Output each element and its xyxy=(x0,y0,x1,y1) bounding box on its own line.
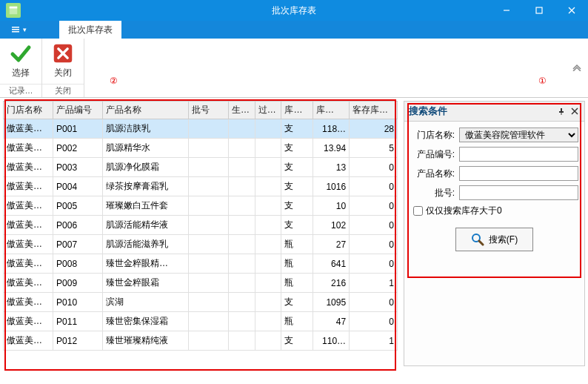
name-input[interactable] xyxy=(459,166,578,181)
table-row[interactable]: 傲蓝美…P002肌源精华水支13.945 xyxy=(4,139,398,158)
cell: 支 xyxy=(281,331,313,351)
cell xyxy=(255,312,281,331)
col-header-0[interactable]: 门店名称 xyxy=(4,102,53,119)
cell: P001 xyxy=(53,119,103,139)
marker-1: ① xyxy=(538,76,547,86)
col-header-8[interactable]: 客存库… xyxy=(350,102,398,119)
cell: P012 xyxy=(53,331,103,351)
tab-batch-inventory[interactable]: 批次库存表 xyxy=(59,21,121,39)
close-button[interactable] xyxy=(555,0,588,21)
cell: 支 xyxy=(281,293,313,312)
col-header-5[interactable]: 过… xyxy=(255,102,281,119)
maximize-button[interactable] xyxy=(523,0,555,21)
only-stock-label: 仅仅搜索库存大于0 xyxy=(426,205,502,217)
col-header-7[interactable]: 库… xyxy=(313,102,349,119)
cell: 1016 xyxy=(313,177,349,196)
cell: 傲蓝美… xyxy=(4,119,53,139)
table-row[interactable]: 傲蓝美…P006肌源活能精华液支1020 xyxy=(4,216,398,235)
table-row[interactable]: 傲蓝美…P008臻世金粹眼精…瓶6410 xyxy=(4,254,398,274)
cell: 13 xyxy=(313,158,349,177)
cell: P007 xyxy=(53,235,103,254)
cell: 27 xyxy=(313,235,349,254)
close-tool-button[interactable]: 关闭 xyxy=(51,42,75,79)
table-row[interactable]: 傲蓝美…P007肌源活能滋养乳瓶270 xyxy=(4,235,398,254)
svg-rect-6 xyxy=(12,27,19,28)
table-container: 门店名称产品编号产品名称批号生…过…库…库…客存库… 傲蓝美…P001肌源洁肤乳… xyxy=(0,98,401,384)
cell: 10 xyxy=(313,196,349,216)
cell: P009 xyxy=(53,274,103,293)
cell: 臻世金粹眼霜 xyxy=(103,274,189,293)
cell: 臻世密集保湿霜 xyxy=(103,312,189,331)
cell: 0 xyxy=(350,158,398,177)
cell xyxy=(189,158,229,177)
cell xyxy=(228,177,255,196)
pin-icon[interactable] xyxy=(556,106,567,116)
cell xyxy=(255,293,281,312)
panel-close-button[interactable] xyxy=(569,106,580,116)
search-icon xyxy=(471,233,484,246)
cell: 支 xyxy=(281,196,313,216)
svg-line-18 xyxy=(479,241,483,245)
cell xyxy=(255,254,281,274)
cell: P002 xyxy=(53,139,103,158)
cell xyxy=(255,177,281,196)
cell: 傲蓝美… xyxy=(4,196,53,216)
cell: 绿茶按摩膏霜乳 xyxy=(103,177,189,196)
search-button[interactable]: 搜索(F) xyxy=(455,228,533,251)
close-label: 关闭 xyxy=(54,67,72,79)
table-row[interactable]: 傲蓝美…P005璀璨嫩白五件套支100 xyxy=(4,196,398,216)
cell xyxy=(189,196,229,216)
svg-rect-8 xyxy=(12,31,19,33)
cell xyxy=(255,216,281,235)
table-row[interactable]: 傲蓝美…P010滨湖支10950 xyxy=(4,293,398,312)
cell: 0 xyxy=(350,254,398,274)
file-menu-button[interactable]: ▾ xyxy=(6,21,31,39)
cell: 瓶 xyxy=(281,235,313,254)
cell: P004 xyxy=(53,177,103,196)
col-header-4[interactable]: 生… xyxy=(228,102,255,119)
only-stock-checkbox[interactable] xyxy=(413,206,423,216)
minimize-button[interactable] xyxy=(490,0,523,21)
table-row[interactable]: 傲蓝美…P003肌源净化膜霜支130 xyxy=(4,158,398,177)
table-row[interactable]: 傲蓝美…P012臻世璀璨精纯液支110…1 xyxy=(4,331,398,351)
cell: 肌源活能精华液 xyxy=(103,216,189,235)
cell: 支 xyxy=(281,139,313,158)
cell: 滨湖 xyxy=(103,293,189,312)
check-icon xyxy=(9,42,33,65)
table-row[interactable]: 傲蓝美…P011臻世密集保湿霜瓶470 xyxy=(4,312,398,331)
cell xyxy=(189,139,229,158)
batch-input[interactable] xyxy=(459,185,578,200)
cell xyxy=(228,312,255,331)
cell xyxy=(189,331,229,351)
cell: P010 xyxy=(53,293,103,312)
table-row[interactable]: 傲蓝美…P001肌源洁肤乳支118…28 xyxy=(4,119,398,139)
table-row[interactable]: 傲蓝美…P004绿茶按摩膏霜乳支10160 xyxy=(4,177,398,196)
cell: 臻世金粹眼精… xyxy=(103,254,189,274)
store-select[interactable]: 傲蓝美容院管理软件 xyxy=(459,128,578,142)
cell xyxy=(228,216,255,235)
cell: 0 xyxy=(350,196,398,216)
cell: 1 xyxy=(350,331,398,351)
cell: 傲蓝美… xyxy=(4,158,53,177)
col-header-3[interactable]: 批号 xyxy=(189,102,229,119)
code-label: 产品编号: xyxy=(410,148,455,161)
cell: 1095 xyxy=(313,293,349,312)
cell: 110… xyxy=(313,331,349,351)
chevron-down-icon: ▾ xyxy=(23,26,27,33)
cell xyxy=(255,139,281,158)
group-caption-record: 记录… xyxy=(0,84,41,97)
cell: 1 xyxy=(350,274,398,293)
select-button[interactable]: 选择 xyxy=(9,42,33,79)
cell xyxy=(255,274,281,293)
col-header-6[interactable]: 库… xyxy=(281,102,313,119)
cell xyxy=(228,235,255,254)
table-row[interactable]: 傲蓝美…P009臻世金粹眼霜瓶2161 xyxy=(4,274,398,293)
cell: P003 xyxy=(53,158,103,177)
cell: P011 xyxy=(53,312,103,331)
col-header-2[interactable]: 产品名称 xyxy=(103,102,189,119)
col-header-1[interactable]: 产品编号 xyxy=(53,102,103,119)
code-input[interactable] xyxy=(459,147,578,162)
cell: 支 xyxy=(281,177,313,196)
cell: 傲蓝美… xyxy=(4,216,53,235)
collapse-ribbon-button[interactable] xyxy=(572,63,582,73)
